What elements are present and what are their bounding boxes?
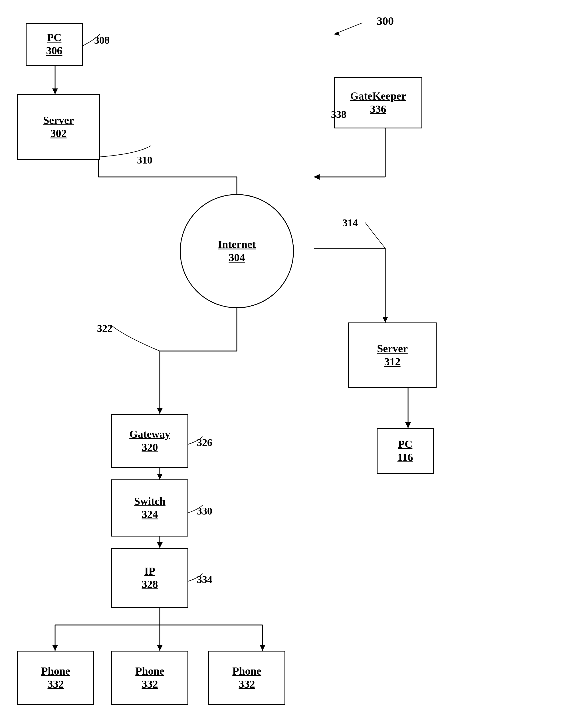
label-334: 334 (197, 574, 212, 586)
phone-332a-label: Phone (41, 665, 70, 678)
server-302-label: Server (43, 114, 74, 127)
svg-marker-26 (157, 542, 163, 548)
server-302-sublabel: 302 (51, 127, 67, 140)
svg-marker-29 (260, 645, 265, 651)
diagram-arrow (320, 17, 377, 40)
svg-marker-23 (382, 317, 388, 322)
server-312-label: Server (377, 342, 408, 355)
phone-332a-sublabel: 332 (48, 678, 64, 691)
svg-marker-30 (405, 422, 411, 428)
pc-116-sublabel: 116 (397, 451, 413, 464)
server-312-box: Server 312 (348, 322, 437, 388)
internet-304-circle: Internet 304 (180, 194, 294, 308)
svg-marker-20 (52, 88, 58, 94)
phone-332b-box: Phone 332 (111, 651, 188, 705)
ip-328-label: IP (144, 565, 155, 578)
phone-332b-label: Phone (135, 665, 164, 678)
server-312-sublabel: 312 (384, 355, 401, 368)
label-330: 330 (197, 505, 212, 517)
pc-306-label: PC (47, 31, 62, 44)
internet-304-sublabel: 304 (229, 251, 245, 264)
ip-328-sublabel: 328 (142, 578, 158, 591)
pc-116-box: PC 116 (377, 428, 434, 474)
phone-332a-box: Phone 332 (17, 651, 94, 705)
gatekeeper-336-label: GateKeeper (350, 90, 406, 103)
label-322: 322 (97, 322, 112, 334)
gateway-320-sublabel: 320 (142, 441, 158, 454)
gatekeeper-336-sublabel: 336 (370, 103, 386, 116)
phone-332c-box: Phone 332 (208, 651, 285, 705)
phone-332c-sublabel: 332 (239, 678, 255, 691)
svg-marker-24 (157, 408, 163, 414)
phone-332b-sublabel: 332 (142, 678, 158, 691)
label-310: 310 (137, 154, 152, 166)
label-326: 326 (197, 437, 212, 449)
svg-marker-22 (314, 174, 320, 180)
svg-marker-25 (157, 474, 163, 479)
gateway-320-box: Gateway 320 (111, 414, 188, 468)
label-308: 308 (94, 34, 110, 46)
label-338: 338 (331, 108, 346, 120)
server-302-box: Server 302 (17, 94, 100, 160)
pc-306-box: PC 306 (26, 23, 83, 66)
pc-116-label: PC (398, 438, 413, 451)
svg-marker-28 (157, 645, 163, 651)
pc-306-sublabel: 306 (46, 44, 62, 57)
svg-marker-27 (52, 645, 58, 651)
ip-328-box: IP 328 (111, 548, 188, 608)
diagram: 300 PC 306 Server 302 GateKeeper 336 Int… (0, 0, 567, 728)
gateway-320-label: Gateway (129, 428, 170, 441)
switch-324-box: Switch 324 (111, 479, 188, 537)
internet-304-label: Internet (218, 238, 256, 251)
switch-324-label: Switch (134, 495, 166, 508)
switch-324-sublabel: 324 (142, 508, 158, 521)
label-314: 314 (342, 217, 358, 229)
diagram-number: 300 (377, 14, 394, 28)
phone-332c-label: Phone (232, 665, 261, 678)
gatekeeper-336-box: GateKeeper 336 (334, 77, 422, 128)
